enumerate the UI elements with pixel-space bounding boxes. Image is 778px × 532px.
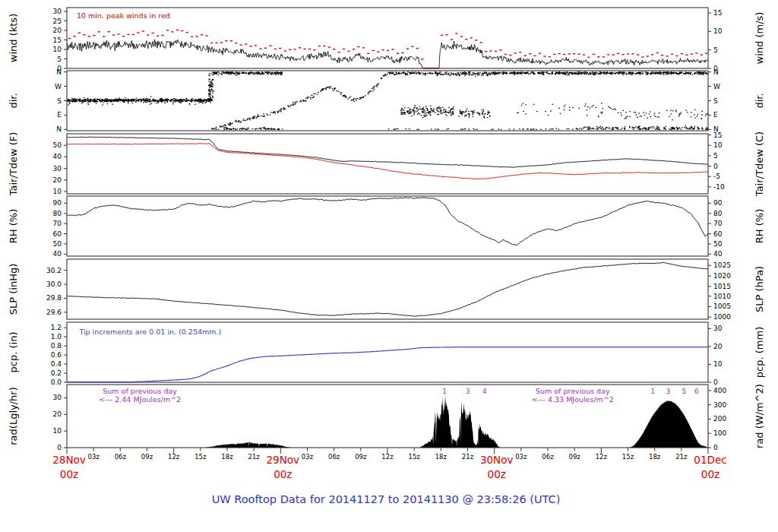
dir-dot bbox=[425, 73, 426, 74]
dir-dot bbox=[565, 105, 566, 106]
dir-dot bbox=[465, 74, 466, 74]
dir-dot bbox=[691, 126, 692, 127]
dir-dot bbox=[327, 87, 329, 87]
dir-dot bbox=[213, 97, 214, 98]
dir-dot bbox=[433, 109, 435, 110]
dir-dot bbox=[325, 89, 327, 90]
dir-dot bbox=[533, 104, 535, 105]
dir-dot bbox=[596, 128, 597, 129]
dir-dot bbox=[405, 74, 406, 74]
dir-dot bbox=[417, 109, 419, 110]
ytick-label-left-wind: 25 bbox=[53, 17, 62, 25]
dir-dot bbox=[642, 71, 644, 72]
dir-dot bbox=[694, 109, 696, 110]
dir-dot bbox=[568, 73, 570, 74]
ytick-label-left-slp: 30.2 bbox=[46, 267, 62, 274]
annotation-rad-2: Sum of previous day bbox=[536, 387, 610, 395]
annotation-rad-10: 6 bbox=[694, 388, 699, 395]
dir-dot bbox=[498, 72, 500, 73]
dir-dot bbox=[448, 74, 449, 74]
dir-dot bbox=[694, 72, 696, 73]
dir-dot bbox=[574, 72, 575, 73]
dir-dot bbox=[210, 94, 212, 95]
dir-dot bbox=[112, 100, 114, 100]
dir-dot bbox=[519, 72, 520, 73]
dir-dot bbox=[429, 111, 430, 112]
dir-dot bbox=[254, 74, 255, 74]
dir-dot bbox=[226, 72, 228, 73]
dir-dot bbox=[486, 74, 488, 75]
dir-dot bbox=[278, 129, 280, 130]
ytick-label-left-rh: 80 bbox=[53, 210, 62, 217]
ytick-label-left-rh: 50 bbox=[53, 240, 62, 248]
ytick-label-left-wind: 15 bbox=[53, 36, 62, 44]
xtick-label-date: 28Nov bbox=[52, 454, 86, 466]
xtick-label-hour: 12z bbox=[596, 453, 608, 461]
dir-dot bbox=[572, 73, 574, 74]
dir-dot bbox=[419, 109, 421, 109]
ytick-label-left-slp: 30.0 bbox=[46, 280, 62, 288]
dir-dot bbox=[355, 99, 356, 100]
dir-dot bbox=[354, 101, 356, 102]
dir-dot bbox=[653, 115, 655, 116]
dir-dot bbox=[612, 74, 613, 74]
dir-dot bbox=[84, 101, 86, 102]
dir-dot bbox=[209, 99, 210, 100]
dir-dot bbox=[615, 127, 617, 128]
dir-dot bbox=[580, 74, 582, 74]
dir-dot bbox=[688, 74, 689, 74]
dir-dot bbox=[546, 128, 547, 129]
dir-dot bbox=[702, 72, 704, 73]
annotation-wind-0: 10 min. peak winds in red bbox=[77, 11, 170, 20]
ytick-label-right-pcp: 30 bbox=[713, 325, 723, 332]
dir-dot bbox=[517, 74, 519, 74]
dir-dot bbox=[343, 95, 344, 96]
dir-dot bbox=[402, 72, 403, 73]
dir-dot bbox=[685, 125, 686, 126]
dir-dot bbox=[687, 72, 688, 73]
dir-dot bbox=[504, 72, 506, 73]
dir-dot bbox=[396, 128, 397, 129]
dir-dot bbox=[457, 74, 459, 74]
dir-dot bbox=[201, 100, 203, 101]
panel-slp: 29.629.830.030.2100010051010101510201025… bbox=[8, 259, 765, 321]
dir-dot bbox=[583, 128, 584, 128]
dir-dot bbox=[233, 128, 235, 129]
dir-dot bbox=[218, 74, 220, 75]
dir-dot bbox=[150, 101, 152, 102]
ytick-label-right-dir: S bbox=[713, 97, 718, 105]
dir-dot bbox=[579, 128, 580, 129]
dir-dot bbox=[283, 108, 285, 109]
dir-dot bbox=[239, 72, 240, 73]
dir-dot bbox=[115, 100, 116, 101]
dir-dot bbox=[672, 73, 674, 74]
ytick-label-right-tair: -5 bbox=[713, 173, 720, 180]
ytick-label-right-pcp: 20 bbox=[713, 343, 723, 350]
ytick-label-left-rh: 70 bbox=[53, 220, 62, 227]
dir-dot bbox=[572, 74, 574, 74]
dir-dot bbox=[310, 97, 312, 98]
dir-dot bbox=[211, 128, 213, 129]
dir-dot bbox=[676, 127, 678, 128]
dir-dot bbox=[259, 74, 261, 74]
dir-dot bbox=[426, 115, 428, 116]
dir-dot bbox=[235, 74, 236, 75]
dir-dot bbox=[671, 127, 672, 128]
dir-dot bbox=[483, 111, 485, 112]
dir-dot bbox=[685, 127, 687, 128]
dir-dot bbox=[509, 128, 511, 129]
dir-dot bbox=[550, 111, 552, 112]
dir-dot bbox=[359, 99, 361, 100]
dir-dot bbox=[631, 73, 632, 74]
dir-dot bbox=[549, 129, 551, 130]
dir-dot bbox=[469, 113, 470, 114]
dir-dot bbox=[486, 73, 488, 74]
dir-dot bbox=[596, 126, 598, 127]
dir-dot bbox=[475, 74, 476, 74]
dir-dot bbox=[161, 98, 163, 99]
xtick-label-hour: 15z bbox=[194, 453, 207, 461]
dir-dot bbox=[438, 73, 440, 74]
dir-dot bbox=[111, 101, 112, 102]
dir-dot bbox=[489, 74, 491, 74]
dir-dot bbox=[73, 100, 74, 100]
